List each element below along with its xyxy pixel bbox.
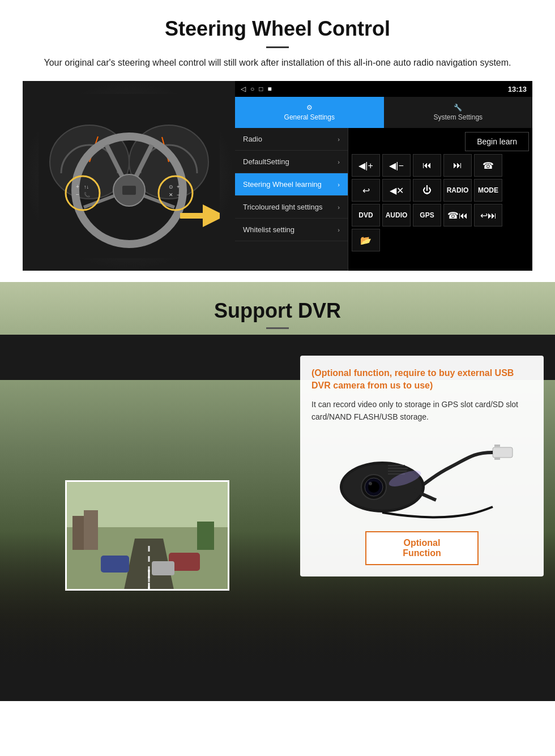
dvr-optional-title: (Optional function, require to buy exter… — [311, 367, 532, 392]
phone-button[interactable]: ☎ — [474, 154, 502, 177]
chevron-icon: › — [338, 136, 340, 143]
svg-rect-30 — [197, 522, 214, 550]
dvr-title: Support DVR — [0, 299, 555, 323]
dvr-info-card: (Optional function, require to buy exter… — [300, 356, 544, 576]
tab-system-label: System Settings — [433, 113, 483, 121]
svg-text:↑↓: ↑↓ — [84, 184, 89, 190]
menu-tricoloured-label: Tricoloured light settings — [243, 203, 322, 211]
chevron-icon-4: › — [338, 204, 340, 211]
svg-text:−: − — [76, 191, 79, 198]
power-icon: ⏻ — [422, 185, 432, 195]
radio-label: RADIO — [447, 186, 469, 194]
begin-learn-area: Begin learn — [352, 131, 529, 152]
gps-label: GPS — [420, 211, 434, 219]
dvd-label: DVD — [358, 211, 373, 219]
svg-rect-23 — [180, 213, 204, 219]
gps-button[interactable]: GPS — [413, 204, 441, 227]
audio-button[interactable]: AUDIO — [382, 204, 411, 227]
dvr-camera-image — [311, 432, 532, 523]
menu-item-whitelist[interactable]: Whitelist setting › — [235, 219, 348, 241]
control-row-4: 📂 — [352, 229, 529, 251]
android-status-bar: ◁ ○ □ ■ 13:13 — [235, 81, 532, 97]
steering-photo-bg: + − ↑↓ 📞 ⊙ + ✕ − — [23, 81, 235, 271]
next-icon: ⏭ — [453, 160, 462, 170]
back-icon: ◁ — [241, 85, 246, 93]
vol-up-label: ◀|+ — [358, 160, 373, 171]
gear-icon: ⚙ — [306, 104, 313, 112]
steering-wheel-svg: + − ↑↓ 📞 ⊙ + ✕ − — [39, 94, 220, 258]
begin-learn-button[interactable]: Begin learn — [465, 132, 529, 151]
dvr-title-area: Support DVR — [0, 282, 555, 335]
recents-icon: □ — [259, 85, 263, 93]
dvr-camera-svg — [326, 433, 518, 521]
steering-photo: + − ↑↓ 📞 ⊙ + ✕ − — [23, 81, 235, 271]
menu-item-defaultsetting[interactable]: DefaultSetting › — [235, 151, 348, 173]
mute-icon: ◀✕ — [390, 185, 404, 196]
svg-text:+: + — [177, 184, 180, 190]
vol-down-label: ◀|− — [389, 160, 404, 171]
vol-down-button[interactable]: ◀|− — [382, 154, 411, 177]
page-title: Steering Wheel Control — [23, 17, 532, 41]
menu-item-tricoloured[interactable]: Tricoloured light settings › — [235, 196, 348, 219]
menu-item-steering[interactable]: Steering Wheel learning › — [235, 173, 348, 196]
status-time: 13:13 — [508, 85, 527, 93]
audio-label: AUDIO — [386, 211, 408, 219]
home-icon: ○ — [250, 85, 254, 93]
tel-next-icon: ↩⏭ — [480, 210, 497, 221]
status-icons: ◁ ○ □ ■ — [241, 85, 272, 93]
chevron-icon-5: › — [338, 227, 340, 233]
android-panel: ◁ ○ □ ■ 13:13 ⚙ General Settings 🔧 Syste… — [235, 81, 532, 271]
tel-prev-button[interactable]: ☎⏮ — [443, 204, 472, 227]
dvd-button[interactable]: DVD — [352, 204, 380, 227]
chevron-icon-2: › — [338, 159, 340, 165]
dvr-description: It can record video only to storage in G… — [311, 398, 532, 424]
svg-rect-33 — [152, 561, 174, 575]
power-button[interactable]: ⏻ — [413, 179, 441, 202]
back-arrow-icon: ↩ — [362, 185, 370, 196]
control-row-2: ↩ ◀✕ ⏻ RADIO MODE — [352, 179, 529, 202]
svg-rect-37 — [494, 445, 500, 447]
next-button[interactable]: ⏭ — [443, 154, 472, 177]
android-content: Radio › DefaultSetting › Steering Wheel … — [235, 128, 532, 271]
radio-button[interactable]: RADIO — [443, 179, 472, 202]
mute-button[interactable]: ◀✕ — [382, 179, 411, 202]
svg-rect-36 — [493, 447, 513, 458]
control-row-1: ◀|+ ◀|− ⏮ ⏭ ☎ — [352, 154, 529, 177]
tab-general-label: General Settings — [284, 113, 335, 121]
menu-item-radio[interactable]: Radio › — [235, 128, 348, 151]
file-icon: 📂 — [360, 235, 372, 246]
svg-text:⊙: ⊙ — [169, 184, 173, 190]
steering-section: Steering Wheel Control Your original car… — [0, 0, 555, 282]
menu-list: Radio › DefaultSetting › Steering Wheel … — [235, 128, 348, 271]
back-button[interactable]: ↩ — [352, 179, 380, 202]
svg-text:📞: 📞 — [84, 191, 91, 198]
svg-text:✕: ✕ — [169, 192, 173, 198]
mode-button[interactable]: MODE — [474, 179, 502, 202]
dvr-thumbnail-inner — [67, 482, 228, 589]
svg-rect-11 — [122, 186, 136, 195]
control-row-3: DVD AUDIO GPS ☎⏮ ↩⏭ — [352, 204, 529, 227]
dvr-section: Support DVR — [0, 282, 555, 701]
file-button[interactable]: 📂 — [352, 229, 380, 251]
menu-steering-label: Steering Wheel learning — [243, 180, 322, 189]
prev-button[interactable]: ⏮ — [413, 154, 441, 177]
title-divider — [266, 46, 289, 48]
svg-text:+: + — [76, 183, 79, 190]
tel-next-button[interactable]: ↩⏭ — [474, 204, 502, 227]
dvr-thumbnail — [65, 480, 229, 591]
svg-text:−: − — [177, 192, 180, 198]
svg-point-44 — [369, 482, 372, 485]
svg-rect-31 — [101, 556, 129, 573]
control-panel: Begin learn ◀|+ ◀|− ⏮ — [348, 128, 532, 271]
tab-system[interactable]: 🔧 System Settings — [384, 97, 533, 128]
chevron-icon-3: › — [338, 181, 340, 188]
app-icon: ■ — [268, 85, 272, 93]
tab-general[interactable]: ⚙ General Settings — [235, 97, 384, 128]
phone-icon: ☎ — [483, 160, 494, 171]
dvr-thumb-svg — [67, 482, 229, 591]
vol-up-button[interactable]: ◀|+ — [352, 154, 380, 177]
optional-function-button[interactable]: Optional Function — [365, 531, 479, 565]
prev-icon: ⏮ — [422, 160, 432, 170]
android-tabs[interactable]: ⚙ General Settings 🔧 System Settings — [235, 97, 532, 128]
menu-default-label: DefaultSetting — [243, 157, 289, 166]
